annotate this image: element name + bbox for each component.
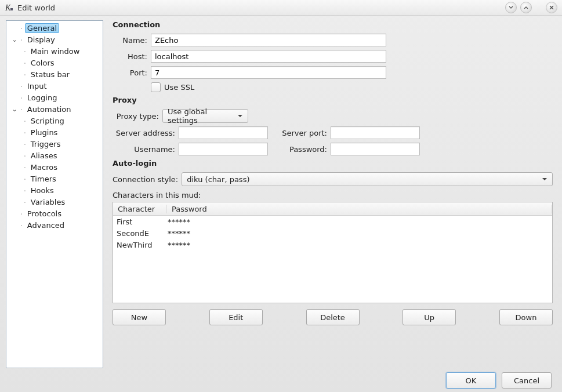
tree-expander-icon[interactable]: ⌄ xyxy=(11,36,18,43)
characters-list-label: Characters in this mud: xyxy=(113,191,553,199)
proxy-section-header: Proxy xyxy=(113,96,553,104)
settings-panel: Connection Name: Host: Port: Use SSL Pro… xyxy=(109,20,556,368)
sidebar-item-label: Advanced xyxy=(25,220,67,230)
sidebar-item-hooks[interactable]: ·Hooks xyxy=(6,184,103,196)
new-button[interactable]: New xyxy=(113,309,166,325)
table-header: Character Password xyxy=(113,202,552,216)
proxy-password-input[interactable] xyxy=(331,143,420,155)
sidebar-item-label: Display xyxy=(25,35,57,45)
maximize-button[interactable] xyxy=(520,2,532,13)
down-button[interactable]: Down xyxy=(499,309,553,325)
window-title: Edit world xyxy=(17,3,55,12)
sidebar-item-macros[interactable]: ·Macros xyxy=(6,161,103,173)
host-label: Host: xyxy=(113,52,147,61)
edit-button[interactable]: Edit xyxy=(209,309,263,325)
ok-button[interactable]: OK xyxy=(446,372,496,389)
dropdown-arrow-icon xyxy=(237,114,243,118)
sidebar-item-status-bar[interactable]: ·Status bar xyxy=(6,68,103,80)
cell-password: ****** xyxy=(164,217,552,226)
sidebar-item-label: Plugins xyxy=(28,128,60,137)
connection-style-value: diku (char, pass) xyxy=(187,175,249,184)
sidebar-item-label: Scripting xyxy=(28,116,67,126)
app-icon: K xyxy=(5,3,14,12)
sidebar-item-general[interactable]: ·General xyxy=(6,22,103,34)
proxy-username-label: Username: xyxy=(113,145,175,154)
sidebar-item-input[interactable]: ·Input xyxy=(6,80,103,92)
port-input[interactable] xyxy=(151,66,386,79)
port-label: Port: xyxy=(113,68,147,77)
cell-character: First xyxy=(113,217,164,226)
sidebar-item-label: Status bar xyxy=(28,70,72,79)
server-address-label: Server address: xyxy=(113,129,175,137)
settings-tree[interactable]: ·General⌄·Display·Main window·Colors·Sta… xyxy=(6,20,103,368)
autologin-section-header: Auto-login xyxy=(113,159,553,168)
connection-section-header: Connection xyxy=(113,20,553,29)
cell-character: NewThird xyxy=(113,241,164,249)
delete-button[interactable]: Delete xyxy=(306,309,360,325)
dropdown-arrow-icon xyxy=(542,177,548,181)
proxy-username-input[interactable] xyxy=(179,143,268,155)
sidebar-item-label: Macros xyxy=(28,162,60,172)
use-ssl-label: Use SSL xyxy=(164,83,194,92)
sidebar-item-protocols[interactable]: ·Protocols xyxy=(6,208,103,219)
sidebar-item-label: Colors xyxy=(28,58,57,68)
sidebar-item-label: Variables xyxy=(28,197,67,207)
table-row[interactable]: NewThird****** xyxy=(113,239,552,251)
proxy-type-value: Use global settings xyxy=(168,107,233,125)
sidebar-item-scripting[interactable]: ·Scripting xyxy=(6,115,103,126)
sidebar-item-timers[interactable]: ·Timers xyxy=(6,173,103,184)
server-port-input[interactable] xyxy=(331,126,420,139)
table-row[interactable]: SecondE****** xyxy=(113,227,552,239)
cell-password: ****** xyxy=(164,229,552,238)
name-label: Name: xyxy=(113,36,147,45)
server-port-label: Server port: xyxy=(274,129,327,137)
tree-expander-icon[interactable]: ⌄ xyxy=(11,106,18,113)
sidebar-item-aliases[interactable]: ·Aliases xyxy=(6,150,103,161)
close-button[interactable] xyxy=(546,2,557,13)
sidebar-item-label: Logging xyxy=(25,93,60,103)
minimize-button[interactable] xyxy=(505,2,517,13)
sidebar-item-label: Aliases xyxy=(28,151,60,161)
cancel-button[interactable]: Cancel xyxy=(502,372,552,389)
sidebar-item-label: General xyxy=(25,23,59,33)
dialog-footer: OK Cancel xyxy=(0,368,562,392)
connection-style-label: Connection style: xyxy=(113,175,178,184)
svg-text:K: K xyxy=(5,3,11,12)
sidebar-item-main-window[interactable]: ·Main window xyxy=(6,45,103,57)
up-button[interactable]: Up xyxy=(403,309,456,325)
table-row[interactable]: First****** xyxy=(113,216,552,227)
proxy-password-label: Password: xyxy=(274,145,327,154)
cell-password: ****** xyxy=(164,241,552,249)
sidebar-item-plugins[interactable]: ·Plugins xyxy=(6,126,103,138)
server-address-input[interactable] xyxy=(179,126,268,139)
proxy-type-label: Proxy type: xyxy=(113,112,159,121)
proxy-type-select[interactable]: Use global settings xyxy=(162,109,248,123)
column-password[interactable]: Password xyxy=(167,205,552,213)
column-character[interactable]: Character xyxy=(113,205,167,213)
sidebar-item-label: Protocols xyxy=(25,209,64,219)
name-input[interactable] xyxy=(151,34,386,46)
sidebar-item-triggers[interactable]: ·Triggers xyxy=(6,138,103,150)
connection-style-select[interactable]: diku (char, pass) xyxy=(182,172,553,186)
sidebar-item-label: Automation xyxy=(25,104,74,114)
sidebar-item-label: Triggers xyxy=(28,139,63,149)
sidebar-item-colors[interactable]: ·Colors xyxy=(6,57,103,68)
title-bar: K Edit world xyxy=(0,0,562,16)
sidebar-item-label: Timers xyxy=(28,174,59,184)
sidebar-item-automation[interactable]: ⌄·Automation xyxy=(6,103,103,115)
characters-table[interactable]: Character Password First******SecondE***… xyxy=(113,202,553,303)
sidebar-item-variables[interactable]: ·Variables xyxy=(6,196,103,208)
svg-rect-1 xyxy=(10,8,13,10)
use-ssl-checkbox[interactable]: Use SSL xyxy=(151,82,194,92)
sidebar-item-display[interactable]: ⌄·Display xyxy=(6,34,103,45)
sidebar-item-logging[interactable]: ·Logging xyxy=(6,92,103,103)
checkbox-box-icon xyxy=(151,82,161,92)
sidebar-item-label: Hooks xyxy=(28,186,56,195)
host-input[interactable] xyxy=(151,50,386,63)
sidebar-item-label: Main window xyxy=(28,46,82,56)
sidebar-item-advanced[interactable]: ·Advanced xyxy=(6,219,103,231)
cell-character: SecondE xyxy=(113,229,164,238)
sidebar-item-label: Input xyxy=(25,81,49,91)
